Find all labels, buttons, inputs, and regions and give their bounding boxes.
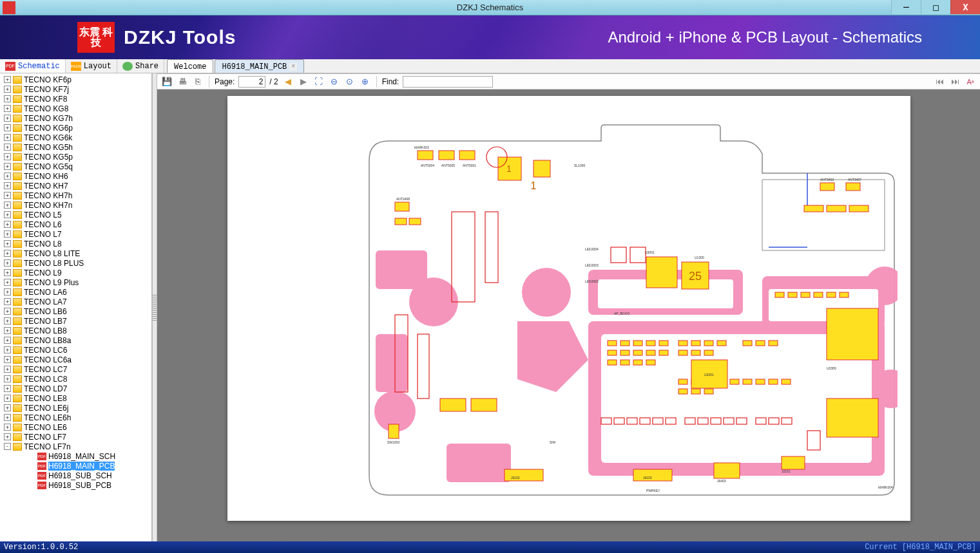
expand-icon[interactable]: + bbox=[4, 404, 11, 411]
minimize-button[interactable]: ─ bbox=[891, 0, 921, 14]
tree-folder[interactable]: +TECNO KF7j bbox=[0, 84, 151, 94]
expand-icon[interactable]: + bbox=[4, 211, 11, 218]
expand-icon[interactable]: + bbox=[4, 182, 11, 189]
tree-folder[interactable]: +TECNO L7 bbox=[0, 229, 151, 239]
tree-folder[interactable]: +TECNO KF8 bbox=[0, 94, 151, 104]
close-button[interactable]: X bbox=[950, 0, 980, 14]
tree-folder[interactable]: +TECNO LB8 bbox=[0, 326, 151, 335]
prev-page-icon[interactable]: ◀ bbox=[282, 76, 294, 88]
expand-icon[interactable]: + bbox=[4, 134, 11, 141]
expand-icon[interactable]: + bbox=[4, 395, 11, 402]
tree-folder[interactable]: +TECNO LA6 bbox=[0, 287, 151, 297]
tree-folder[interactable]: +TECNO LE8 bbox=[0, 393, 151, 403]
file-tree[interactable]: +TECNO KF6p+TECNO KF7j+TECNO KF8+TECNO K… bbox=[0, 73, 151, 541]
expand-icon[interactable]: + bbox=[4, 230, 11, 238]
expand-icon[interactable]: + bbox=[4, 279, 11, 286]
doc-tab-active[interactable]: H6918_MAIN_PCB × bbox=[215, 59, 304, 73]
tree-folder[interactable]: +TECNO KG8 bbox=[0, 104, 151, 113]
expand-icon[interactable]: + bbox=[4, 298, 11, 305]
save-icon[interactable]: 💾 bbox=[161, 76, 173, 88]
zoom-reset-icon[interactable]: ⊙ bbox=[344, 76, 356, 88]
tree-folder[interactable]: +TECNO LD7 bbox=[0, 384, 151, 393]
tree-folder[interactable]: +TECNO KH7 bbox=[0, 181, 151, 191]
expand-icon[interactable]: + bbox=[4, 144, 11, 151]
tree-file[interactable]: PDFH6918_SUB_PCB bbox=[0, 480, 151, 490]
close-tab-icon[interactable]: × bbox=[289, 63, 297, 71]
tree-file[interactable]: PDFH6918_MAIN_PCB bbox=[0, 461, 151, 471]
tree-folder[interactable]: +TECNO L8 PLUS bbox=[0, 258, 151, 268]
tree-folder[interactable]: +TECNO LC8 bbox=[0, 374, 151, 384]
page-input[interactable] bbox=[238, 76, 265, 88]
text-size-icon[interactable]: Aa bbox=[965, 76, 976, 88]
tab-share[interactable]: Share bbox=[117, 59, 164, 73]
tree-folder[interactable]: +TECNO LF7 bbox=[0, 432, 151, 442]
tree-folder[interactable]: +TECNO LA7 bbox=[0, 297, 151, 306]
tree-folder[interactable]: +TECNO KG6k bbox=[0, 133, 151, 142]
expand-icon[interactable]: + bbox=[4, 105, 11, 112]
expand-icon[interactable]: + bbox=[4, 375, 11, 382]
doc-tab-welcome[interactable]: Welcome bbox=[167, 59, 213, 73]
expand-icon[interactable]: + bbox=[4, 153, 11, 160]
tree-folder[interactable]: +TECNO L9 bbox=[0, 268, 151, 277]
tree-folder[interactable]: +TECNO KG5q bbox=[0, 162, 151, 171]
maximize-button[interactable]: □ bbox=[921, 0, 950, 14]
tree-file[interactable]: PDFH6918_MAIN_SCH bbox=[0, 451, 151, 461]
expand-icon[interactable]: + bbox=[4, 86, 11, 93]
expand-icon[interactable]: + bbox=[4, 76, 11, 83]
tree-folder[interactable]: +TECNO L8 LITE bbox=[0, 248, 151, 258]
tree-folder[interactable]: +TECNO LE6j bbox=[0, 403, 151, 413]
tree-folder[interactable]: +TECNO LC6a bbox=[0, 355, 151, 364]
tree-folder[interactable]: +TECNO L5 bbox=[0, 210, 151, 220]
expand-icon[interactable]: + bbox=[4, 327, 11, 334]
expand-icon[interactable]: + bbox=[4, 288, 11, 295]
expand-icon[interactable]: + bbox=[4, 308, 11, 315]
tree-folder[interactable]: +TECNO KH6 bbox=[0, 171, 151, 181]
tree-folder[interactable]: +TECNO KH7h bbox=[0, 191, 151, 200]
tree-folder[interactable]: +TECNO LB7 bbox=[0, 316, 151, 326]
tree-folder[interactable]: +TECNO KG5h bbox=[0, 142, 151, 152]
expand-icon[interactable]: + bbox=[4, 317, 11, 324]
zoom-out-icon[interactable]: ⊖ bbox=[329, 76, 340, 88]
expand-icon[interactable]: + bbox=[4, 356, 11, 363]
expand-icon[interactable]: + bbox=[4, 414, 11, 421]
expand-icon[interactable]: + bbox=[4, 240, 11, 247]
expand-icon[interactable]: + bbox=[4, 366, 11, 373]
tab-layout[interactable]: PADS Layout bbox=[66, 59, 117, 73]
expand-icon[interactable]: + bbox=[4, 173, 11, 180]
tree-folder[interactable]: +TECNO LC7 bbox=[0, 364, 151, 374]
expand-icon[interactable]: + bbox=[4, 124, 11, 131]
tree-folder[interactable]: +TECNO KG6p bbox=[0, 123, 151, 133]
tab-schematic[interactable]: PDF Schematic bbox=[0, 59, 66, 73]
expand-icon[interactable]: + bbox=[4, 269, 11, 276]
expand-icon[interactable]: + bbox=[4, 385, 11, 392]
tree-folder[interactable]: +TECNO LE6 bbox=[0, 422, 151, 432]
zoom-in-icon[interactable]: ⊕ bbox=[360, 76, 371, 88]
tree-folder-expanded[interactable]: -TECNO LF7n bbox=[0, 442, 151, 451]
expand-icon[interactable]: + bbox=[4, 221, 11, 228]
expand-icon[interactable]: + bbox=[4, 163, 11, 170]
collapse-icon[interactable]: - bbox=[4, 443, 11, 450]
tree-folder[interactable]: +TECNO L9 Plus bbox=[0, 277, 151, 287]
tree-folder[interactable]: +TECNO LC6 bbox=[0, 345, 151, 355]
tree-file[interactable]: PDFH6918_SUB_SCH bbox=[0, 471, 151, 480]
tree-folder[interactable]: +TECNO L8 bbox=[0, 239, 151, 248]
tree-folder[interactable]: +TECNO LB6 bbox=[0, 306, 151, 316]
expand-icon[interactable]: + bbox=[4, 433, 11, 440]
expand-icon[interactable]: + bbox=[4, 259, 11, 267]
tree-folder[interactable]: +TECNO LE6h bbox=[0, 413, 151, 422]
expand-icon[interactable]: + bbox=[4, 346, 11, 353]
splitter[interactable] bbox=[152, 73, 157, 541]
tree-folder[interactable]: +TECNO KH7n bbox=[0, 200, 151, 210]
expand-icon[interactable]: + bbox=[4, 424, 11, 431]
expand-icon[interactable]: + bbox=[4, 115, 11, 122]
first-icon[interactable]: ⏮ bbox=[934, 76, 945, 88]
find-input[interactable] bbox=[403, 76, 493, 88]
tree-folder[interactable]: +TECNO KG7h bbox=[0, 113, 151, 123]
tree-folder[interactable]: +TECNO LB8a bbox=[0, 335, 151, 345]
expand-icon[interactable]: + bbox=[4, 337, 11, 344]
tree-folder[interactable]: +TECNO L6 bbox=[0, 220, 151, 229]
last-icon[interactable]: ⏭ bbox=[949, 76, 961, 88]
tree-folder[interactable]: +TECNO KG5p bbox=[0, 152, 151, 162]
pcb-canvas[interactable]: 25 1 1 MARK003 ANT5004ANT5005ANT5001 SL1… bbox=[157, 89, 980, 541]
expand-icon[interactable]: + bbox=[4, 192, 11, 199]
